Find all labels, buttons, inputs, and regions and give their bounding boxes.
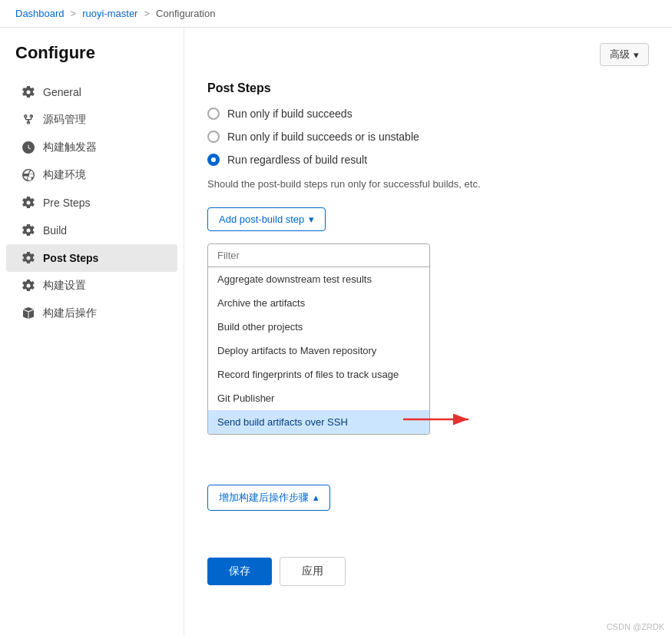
add-post-build-step-label: Add post-build step [219,214,304,225]
advanced-bar: 高级 ▾ [207,43,649,66]
filter-input[interactable] [207,243,430,267]
clock-icon [22,141,35,154]
action-bar: 保存 应用 [207,541,649,586]
radio-item-build-succeeds[interactable]: Run only if build succeeds [207,108,649,120]
breadcrumb-current: Configuration [156,8,215,19]
breadcrumb: Dashboard > ruoyi-master > Configuration [0,0,672,28]
sidebar-item-post-steps[interactable]: Post Steps [6,244,177,272]
sidebar-item-build[interactable]: Build [6,217,177,244]
build-gear-icon [22,223,35,237]
dropdown-item-5[interactable]: Git Publisher [208,386,429,410]
advanced-button[interactable]: 高级 ▾ [600,43,649,66]
gear-icon [22,85,35,99]
dropdown-item-2[interactable]: Build other projects [208,315,429,339]
radio-item-build-succeeds-unstable[interactable]: Run only if build succeeds or is unstabl… [207,131,649,143]
sidebar-pre-steps-label: Pre Steps [43,197,90,209]
build-settings-gear-icon [22,279,35,293]
add-post-build-step-button[interactable]: Add post-build step ▾ [207,207,326,231]
post-build-btn-container: 增加构建后操作步骤 ▴ [207,469,649,511]
watermark: CSDN @ZRDK [607,622,664,631]
advanced-label: 高级 [610,48,630,61]
radio-circle-build-succeeds [207,108,220,120]
breadcrumb-sep-2: > [144,8,150,19]
cube-icon [22,306,35,320]
sidebar-item-build-settings[interactable]: 构建设置 [6,272,177,300]
breadcrumb-sep-1: > [71,8,77,19]
sidebar-title: Configure [0,43,184,78]
breadcrumb-dashboard[interactable]: Dashboard [15,8,65,19]
sidebar-source-label: 源码管理 [43,113,86,127]
post-steps-gear-icon [22,251,35,265]
content-area: 高级 ▾ Post Steps Run only if build succee… [184,28,672,636]
dropdown-list: Aggregate downstream test results Archiv… [207,267,430,435]
sidebar-build-label: Build [43,224,67,237]
sidebar-item-build-env[interactable]: 构建环境 [6,161,177,189]
save-button[interactable]: 保存 [207,558,272,585]
sidebar-build-settings-label: 构建设置 [43,279,86,293]
dropdown-container: Aggregate downstream test results Archiv… [207,243,430,435]
radio-item-regardless[interactable]: Run regardless of build result [207,154,649,166]
sidebar: Configure General 源码管理 构建 [0,28,184,636]
sidebar-item-source-management[interactable]: 源码管理 [6,106,177,134]
post-build-operations-label: 增加构建后操作步骤 [219,491,309,505]
globe-icon [22,168,35,182]
apply-button[interactable]: 应用 [280,557,346,586]
dropdown-item-6[interactable]: Send build artifacts over SSH [208,410,429,434]
radio-group: Run only if build succeeds Run only if b… [207,108,649,166]
branch-icon [22,113,35,127]
sidebar-general-label: General [43,86,81,98]
sidebar-post-steps-label: Post Steps [43,252,98,264]
sidebar-post-build-actions-label: 构建后操作 [43,306,97,320]
sidebar-item-general[interactable]: General [6,78,177,106]
dropdown-item-3[interactable]: Deploy artifacts to Maven repository [208,339,429,363]
radio-label-build-succeeds-unstable: Run only if build succeeds or is unstabl… [227,131,419,143]
dropdown-item-0[interactable]: Aggregate downstream test results [208,267,429,291]
sidebar-item-build-trigger[interactable]: 构建触发器 [6,134,177,161]
dropdown-item-4[interactable]: Record fingerprints of files to track us… [208,363,429,386]
breadcrumb-project[interactable]: ruoyi-master [82,8,137,19]
radio-circle-build-succeeds-unstable [207,131,220,143]
dropdown-item-1[interactable]: Archive the artifacts [208,291,429,315]
sidebar-build-env-label: 构建环境 [43,168,86,182]
chevron-down-icon: ▾ [634,49,639,61]
dropdown-arrow-icon: ▾ [309,214,314,225]
radio-circle-regardless [207,154,220,166]
pre-steps-gear-icon [22,196,35,210]
post-build-up-arrow-icon: ▴ [313,492,319,503]
main-layout: Configure General 源码管理 构建 [0,28,672,636]
description-text: Should the post-build steps run only for… [207,177,649,192]
radio-label-build-succeeds: Run only if build succeeds [227,108,353,120]
sidebar-item-pre-steps[interactable]: Pre Steps [6,189,177,217]
radio-label-regardless: Run regardless of build result [227,154,367,166]
section-heading: Post Steps [207,81,649,95]
sidebar-item-post-build-actions[interactable]: 构建后操作 [6,300,177,327]
post-build-operations-button[interactable]: 增加构建后操作步骤 ▴ [207,485,330,511]
sidebar-build-trigger-label: 构建触发器 [43,141,97,154]
